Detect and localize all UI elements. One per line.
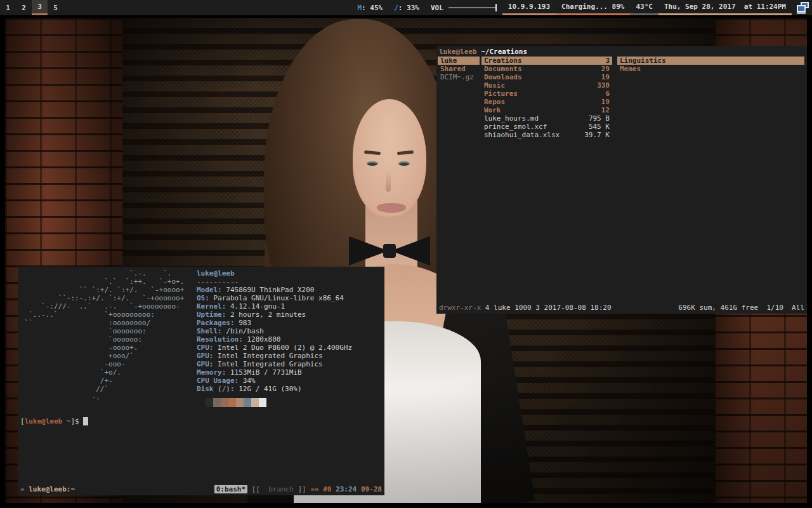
ranger-dir-shared[interactable]: Shared [438,65,480,73]
info-label: GPU: [197,360,214,368]
info-value: 983 [235,319,252,327]
terminal-window[interactable]: `.-. `. `.` `:++. `-+o+. `` `:+/. `:+/. … [18,267,384,495]
network-computers-icon-front[interactable] [797,5,806,12]
info-value: 4.12.14-gnu-1 [226,302,285,311]
ranger-preview-column: LinguisticsMemes [617,57,804,73]
ranger-dir-repos[interactable]: Repos19 [481,98,612,106]
palette-swatch [236,398,244,407]
ranger-dir-music[interactable]: Music330 [481,81,612,90]
ranger-dir-pictures[interactable]: Pictures6 [481,90,612,98]
tmux-session-name: luke@leeb:~ [29,485,75,493]
ranger-file-shiaohui-data-xlsx[interactable]: shiaohui_data.xlsx39.7 K [481,131,612,139]
info-label: Shell: [197,327,222,335]
neofetch-info-line: Packages: 983 [197,319,352,327]
ranger-file-prince-smol-xcf[interactable]: prince_smol.xcf545 K [481,123,612,131]
ranger-dir-memes[interactable]: Memes [617,65,804,73]
ranger-current-path: ~/Creations [481,48,527,56]
entry-name: Work [484,106,601,114]
volume-module: VOL [425,0,502,15]
entry-size: 29 [601,65,610,73]
entry-size: 19 [601,98,610,106]
neofetch-info-line: OS: Parabola GNU/Linux-libre x86_64 [197,294,352,302]
workspace-tag-1[interactable]: 1 [0,0,16,15]
volume-label: VOL [431,4,443,12]
info-label: Resolution: [197,335,243,344]
entry-name: Pictures [484,90,605,98]
neofetch-title: luke@leeb [197,269,352,277]
entry-name: luke_hours.md [484,114,589,123]
disk-module: /: 33% [388,0,425,15]
info-value: 34% [239,377,256,385]
terminal-color-palette [206,398,352,407]
ranger-window[interactable]: luke@leeb ~/Creations lukeSharedDCIM~.gz… [436,46,807,314]
text-cursor [83,417,88,425]
entry-name: Linguistics [620,57,802,65]
info-label: Disk (/): [197,385,235,393]
ranger-file-dcim-gz[interactable]: DCIM~.gz [438,73,480,81]
tmux-window-tab[interactable]: 0:bash* [214,485,247,493]
neofetch-info-line: CPU Usage: 34% [197,377,352,385]
neofetch-info-line: Model: 745869U ThinkPad X200 [197,286,352,294]
ranger-title-bar: luke@leeb ~/Creations [439,48,527,56]
info-label: Uptime: [197,311,226,319]
workspace-tag-5[interactable]: 5 [48,0,63,15]
ranger-parent-column: lukeSharedDCIM~.gz [438,57,480,81]
disk-value: : 33% [398,4,419,12]
ranger-file-luke-hours-md[interactable]: luke_hours.md795 B [481,114,612,123]
tmux-status-bar: » luke@leeb:~ 0:bash* [[ branch ]] »» #0… [20,485,382,493]
datetime-module: Thu, Sep 28, 2017 at 11:24PM [658,0,792,15]
info-value: 745869U ThinkPad X200 [222,286,315,294]
ranger-dir-work[interactable]: Work12 [481,106,612,114]
ranger-dir-documents[interactable]: Documents29 [481,65,612,73]
entry-size: 39.7 K [584,131,610,139]
memory-module: M: 45% [351,0,388,15]
entry-name: Documents [484,65,601,73]
info-value: /bin/bash [222,327,264,335]
entry-name: Memes [620,65,802,73]
git-branch: branch [265,485,294,493]
info-label: CPU: [197,344,214,352]
info-label: Kernel: [197,302,226,311]
file-permissions: drwxr-xr-x [439,304,481,312]
entry-size: 6 [605,90,610,98]
tmux-date: 09-28 [361,485,382,493]
shell-prompt[interactable]: [luke@leeb ~]$ [20,417,88,425]
entry-name: DCIM~.gz [440,73,477,81]
palette-swatch [228,398,236,407]
neofetch-info: luke@leeb ---------- Model: 745869U Thin… [197,269,352,407]
palette-swatch [244,398,251,407]
temperature-module: 43°C [630,0,658,15]
prompt-bracket-close: ]$ [70,417,79,425]
info-label: Packages: [197,319,235,327]
neofetch-lines: Model: 745869U ThinkPad X200OS: Parabola… [197,286,352,393]
ranger-dir-luke[interactable]: luke [438,57,480,65]
neofetch-info-line: Kernel: 4.12.14-gnu-1 [197,302,352,311]
memory-icon: M [357,4,362,12]
palette-swatch [251,398,259,407]
volume-slider-handle[interactable] [495,4,497,11]
palette-swatch [221,398,228,407]
info-label: Model: [197,286,222,294]
info-value: 12G / 41G (30%) [235,385,302,393]
prompt-path: ~ [62,417,70,425]
ranger-dir-creations[interactable]: Creations3 [481,57,612,65]
workspace-tag-3[interactable]: 3 [32,0,48,15]
info-value: 812x508 [243,335,281,344]
neofetch-info-line: Resolution: 812x508 [197,335,352,344]
git-close: ]] [294,485,306,493]
neofetch-info-line: CPU: Intel 2 Duo P8600 (2) @ 2.400GHz [197,344,352,352]
ranger-dir-downloads[interactable]: Downloads19 [481,73,612,81]
ranger-columns: lukeSharedDCIM~.gz Creations3Documents29… [436,57,807,301]
entry-size: 3 [605,57,610,65]
neofetch-info-line: Uptime: 2 hours, 2 minutes [197,311,352,319]
entry-name: luke [440,57,477,65]
datetime-value: Thu, Sep 28, 2017 at 11:24PM [664,3,786,11]
ip-address: 10.9.9.193 [508,3,550,11]
neofetch-info-line: GPU: Intel Integrated Graphics [197,360,352,368]
volume-slider[interactable] [449,7,497,8]
neofetch-info-line: GPU: Intel Integrated Graphics [197,352,352,360]
temperature-value: 43°C [636,3,653,11]
workspace-tag-2[interactable]: 2 [16,0,32,15]
palette-swatch [213,398,221,407]
ranger-dir-linguistics[interactable]: Linguistics [617,57,804,65]
